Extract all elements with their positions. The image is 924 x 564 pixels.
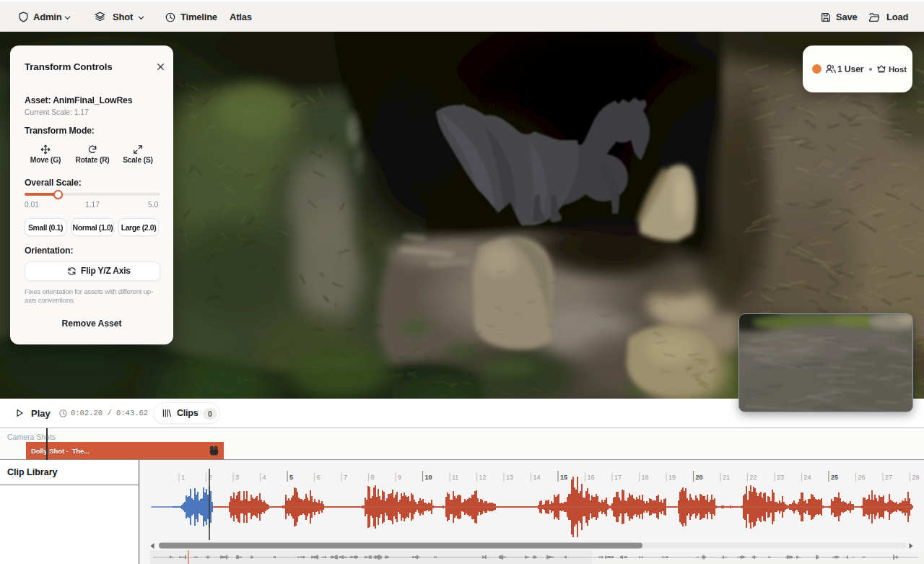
svg-text:20: 20 <box>696 474 703 481</box>
svg-text:24: 24 <box>804 474 811 481</box>
svg-text:27: 27 <box>885 474 892 481</box>
svg-text:25: 25 <box>831 474 838 481</box>
svg-text:4: 4 <box>263 474 266 481</box>
svg-text:9: 9 <box>398 474 401 481</box>
svg-text:21: 21 <box>723 474 730 481</box>
svg-text:17: 17 <box>614 474 622 481</box>
svg-text:12: 12 <box>479 474 487 481</box>
svg-text:7: 7 <box>344 474 347 481</box>
svg-text:6: 6 <box>317 474 321 481</box>
svg-text:14: 14 <box>533 474 541 481</box>
svg-text:1: 1 <box>181 474 185 481</box>
svg-text:22: 22 <box>750 474 757 481</box>
svg-text:8: 8 <box>371 474 375 481</box>
svg-text:11: 11 <box>452 474 458 481</box>
svg-text:23: 23 <box>777 474 784 481</box>
svg-text:5: 5 <box>289 474 293 481</box>
svg-text:3: 3 <box>235 474 239 481</box>
svg-text:26: 26 <box>858 474 866 481</box>
svg-text:13: 13 <box>506 474 513 481</box>
svg-text:18: 18 <box>642 474 649 481</box>
svg-text:16: 16 <box>588 474 595 481</box>
svg-text:19: 19 <box>668 474 676 481</box>
svg-text:28: 28 <box>912 474 920 481</box>
svg-text:10: 10 <box>425 474 432 481</box>
svg-text:15: 15 <box>560 474 567 481</box>
